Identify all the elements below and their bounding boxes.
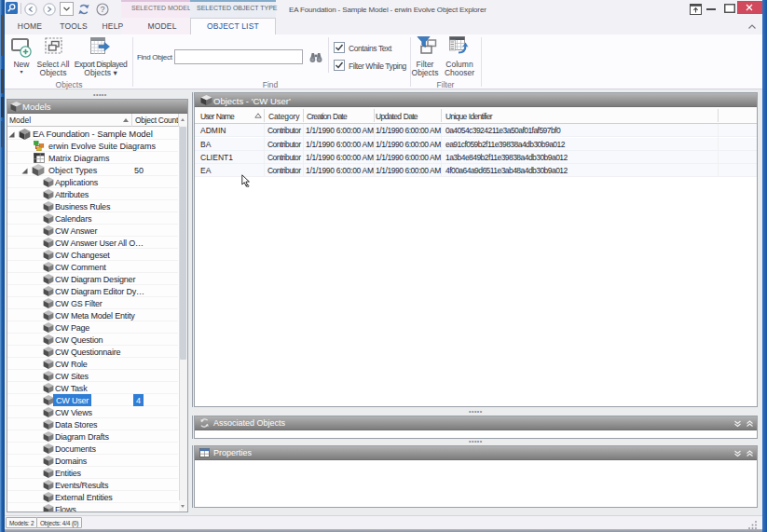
svg-text:?: ? — [100, 5, 104, 14]
